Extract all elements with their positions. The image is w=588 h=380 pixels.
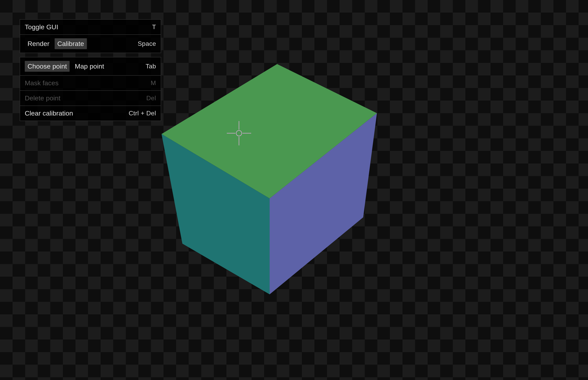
mode-row: Render Calibrate Space xyxy=(20,34,161,53)
mask-faces-label: Mask faces xyxy=(25,79,58,87)
clear-calibration-row[interactable]: Clear calibration Ctrl + Del xyxy=(20,106,161,121)
mode-calibrate-option[interactable]: Calibrate xyxy=(55,38,87,49)
pointmode-row: Choose point Map point Tab xyxy=(20,57,161,75)
choose-point-option[interactable]: Choose point xyxy=(25,61,70,72)
delete-point-shortcut: Del xyxy=(146,95,156,102)
gui-panel: Toggle GUI T Render Calibrate Space Choo… xyxy=(20,19,161,125)
clear-calibration-shortcut: Ctrl + Del xyxy=(129,110,156,117)
delete-point-label: Delete point xyxy=(25,94,60,102)
mode-render-option[interactable]: Render xyxy=(25,38,52,49)
pointmode-shortcut: Tab xyxy=(146,63,156,70)
map-point-option[interactable]: Map point xyxy=(72,61,107,72)
mask-faces-shortcut: M xyxy=(151,79,156,87)
toggle-gui-label: Toggle GUI xyxy=(25,23,58,31)
clear-calibration-label: Clear calibration xyxy=(25,110,73,117)
toggle-gui-row[interactable]: Toggle GUI T xyxy=(20,20,161,34)
delete-point-row: Delete point Del xyxy=(20,90,161,106)
gui-group-main: Toggle GUI T Render Calibrate Space xyxy=(20,19,161,53)
toggle-gui-shortcut: T xyxy=(152,23,156,31)
gui-group-calibrate: Choose point Map point Tab Mask faces M … xyxy=(20,57,161,121)
mask-faces-row: Mask faces M xyxy=(20,75,161,90)
mode-shortcut: Space xyxy=(138,40,156,47)
